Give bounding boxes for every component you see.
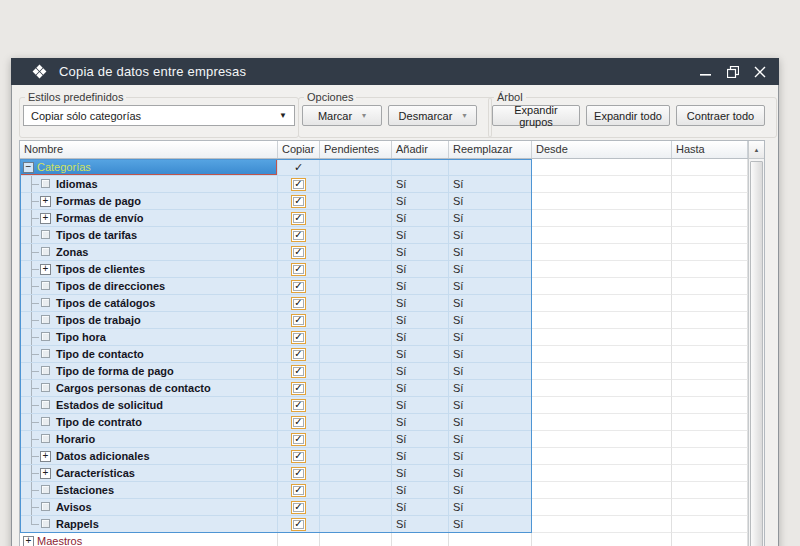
- cell-reemplazar[interactable]: Sí: [449, 448, 532, 465]
- tree-row-tipo-de-forma-de-pago[interactable]: Tipo de forma de pago✓SíSí: [20, 363, 748, 380]
- cell-reemplazar[interactable]: Sí: [449, 176, 532, 193]
- cell-nombre[interactable]: +Maestros: [20, 533, 278, 546]
- cell-copiar[interactable]: ✓: [278, 210, 320, 227]
- cell-nombre[interactable]: −Categorías: [20, 159, 278, 176]
- cell-reemplazar[interactable]: Sí: [449, 227, 532, 244]
- cell-copiar[interactable]: ✓: [278, 295, 320, 312]
- tree-row-tipo-de-contrato[interactable]: Tipo de contrato✓SíSí: [20, 414, 748, 431]
- cell-hasta[interactable]: [672, 465, 748, 482]
- cell-pendientes[interactable]: [320, 329, 392, 346]
- cell-nombre[interactable]: Tipos de catálogos: [20, 295, 278, 312]
- cell-nombre[interactable]: Tipos de trabajo: [20, 312, 278, 329]
- cell-hasta[interactable]: [672, 193, 748, 210]
- copiar-checkbox[interactable]: ✓: [291, 246, 306, 259]
- cell-anadir[interactable]: Sí: [392, 227, 449, 244]
- cell-copiar[interactable]: ✓: [278, 227, 320, 244]
- cell-copiar[interactable]: ✓: [278, 176, 320, 193]
- tree-row-caracteristicas[interactable]: +Características✓SíSí: [20, 465, 748, 482]
- cell-nombre[interactable]: Avisos: [20, 499, 278, 516]
- collapse-toggle-icon[interactable]: −: [23, 162, 34, 173]
- cell-hasta[interactable]: [672, 312, 748, 329]
- column-header-pendientes[interactable]: Pendientes: [320, 141, 392, 158]
- cell-desde[interactable]: [532, 210, 672, 227]
- cell-nombre[interactable]: Horario: [20, 431, 278, 448]
- cell-hasta[interactable]: [672, 499, 748, 516]
- cell-desde[interactable]: [532, 193, 672, 210]
- cell-copiar[interactable]: ✓: [278, 346, 320, 363]
- copiar-checkbox[interactable]: ✓: [291, 365, 306, 378]
- cell-nombre[interactable]: Cargos personas de contacto: [20, 380, 278, 397]
- copiar-checkbox[interactable]: ✓: [291, 467, 306, 480]
- cell-desde[interactable]: [532, 227, 672, 244]
- cell-hasta[interactable]: [672, 176, 748, 193]
- restore-button[interactable]: [719, 58, 746, 85]
- cell-anadir[interactable]: Sí: [392, 414, 449, 431]
- cell-nombre[interactable]: +Datos adicionales: [20, 448, 278, 465]
- cell-desde[interactable]: [532, 533, 672, 546]
- cell-reemplazar[interactable]: Sí: [449, 414, 532, 431]
- cell-anadir[interactable]: Sí: [392, 329, 449, 346]
- tree-row-estaciones[interactable]: Estaciones✓SíSí: [20, 482, 748, 499]
- cell-pendientes[interactable]: [320, 176, 392, 193]
- cell-pendientes[interactable]: [320, 499, 392, 516]
- cell-desde[interactable]: [532, 159, 672, 176]
- cell-copiar[interactable]: ✓: [278, 261, 320, 278]
- cell-hasta[interactable]: [672, 533, 748, 546]
- cell-copiar[interactable]: ✓: [278, 482, 320, 499]
- cell-desde[interactable]: [532, 397, 672, 414]
- cell-anadir[interactable]: Sí: [392, 363, 449, 380]
- copiar-checkbox[interactable]: ✓: [291, 280, 306, 293]
- cell-reemplazar[interactable]: Sí: [449, 516, 532, 533]
- cell-pendientes[interactable]: [320, 210, 392, 227]
- cell-reemplazar[interactable]: Sí: [449, 329, 532, 346]
- cell-copiar[interactable]: ✓: [278, 431, 320, 448]
- scrollbar-thumb[interactable]: [750, 161, 763, 546]
- copiar-checkbox[interactable]: ✓: [291, 416, 306, 429]
- predefined-style-combobox[interactable]: Copiar sólo categorías ▼: [23, 105, 295, 126]
- cell-pendientes[interactable]: [320, 261, 392, 278]
- cell-anadir[interactable]: [392, 159, 449, 176]
- cell-anadir[interactable]: Sí: [392, 516, 449, 533]
- copiar-checkbox[interactable]: ✓: [291, 501, 306, 514]
- cell-reemplazar[interactable]: Sí: [449, 210, 532, 227]
- cell-reemplazar[interactable]: [449, 159, 532, 176]
- cell-nombre[interactable]: Tipos de direcciones: [20, 278, 278, 295]
- tree-row-tipos-de-tarifas[interactable]: Tipos de tarifas✓SíSí: [20, 227, 748, 244]
- copiar-checkbox[interactable]: ✓: [291, 263, 306, 276]
- cell-pendientes[interactable]: [320, 159, 392, 176]
- column-header-reemplazar[interactable]: Reemplazar: [449, 141, 532, 158]
- copiar-checkbox[interactable]: ✓: [291, 433, 306, 446]
- cell-anadir[interactable]: Sí: [392, 278, 449, 295]
- cell-desde[interactable]: [532, 346, 672, 363]
- cell-copiar[interactable]: ✓: [278, 414, 320, 431]
- cell-desde[interactable]: [532, 176, 672, 193]
- cell-desde[interactable]: [532, 380, 672, 397]
- cell-reemplazar[interactable]: Sí: [449, 193, 532, 210]
- copiar-checkbox[interactable]: ✓: [291, 382, 306, 395]
- expand-toggle-icon[interactable]: +: [40, 451, 51, 462]
- cell-nombre[interactable]: Rappels: [20, 516, 278, 533]
- cell-copiar[interactable]: ✓: [278, 448, 320, 465]
- cell-desde[interactable]: [532, 431, 672, 448]
- cell-copiar[interactable]: ✓: [278, 397, 320, 414]
- expand-toggle-icon[interactable]: +: [40, 196, 51, 207]
- column-header-nombre[interactable]: Nombre: [20, 141, 278, 158]
- tree-row-tipos-de-direcciones[interactable]: Tipos de direcciones✓SíSí: [20, 278, 748, 295]
- cell-pendientes[interactable]: [320, 533, 392, 546]
- cell-anadir[interactable]: [392, 533, 449, 546]
- cell-anadir[interactable]: Sí: [392, 465, 449, 482]
- desmarcar-button[interactable]: Desmarcar ▾: [388, 105, 477, 126]
- cell-pendientes[interactable]: [320, 244, 392, 261]
- copiar-checkbox[interactable]: ✓: [291, 195, 306, 208]
- copiar-checkbox[interactable]: ✓: [291, 178, 306, 191]
- cell-anadir[interactable]: Sí: [392, 261, 449, 278]
- cell-hasta[interactable]: [672, 329, 748, 346]
- cell-pendientes[interactable]: [320, 278, 392, 295]
- cell-anadir[interactable]: Sí: [392, 431, 449, 448]
- cell-reemplazar[interactable]: Sí: [449, 312, 532, 329]
- tree-row-cargos-personas-de-contacto[interactable]: Cargos personas de contacto✓SíSí: [20, 380, 748, 397]
- cell-desde[interactable]: [532, 244, 672, 261]
- cell-anadir[interactable]: Sí: [392, 397, 449, 414]
- cell-pendientes[interactable]: [320, 380, 392, 397]
- cell-hasta[interactable]: [672, 482, 748, 499]
